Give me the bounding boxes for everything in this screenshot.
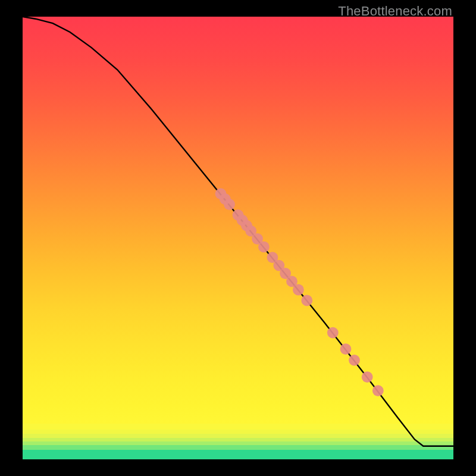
data-marker (258, 242, 270, 253)
data-marker (301, 295, 312, 306)
curve-line (23, 17, 453, 446)
chart-svg (23, 17, 453, 459)
plot-area (23, 17, 453, 459)
data-marker (372, 385, 384, 396)
chart-frame: TheBottleneck.com (0, 0, 476, 476)
data-marker (327, 327, 339, 339)
data-marker (224, 199, 235, 210)
data-marker (293, 284, 304, 296)
data-marker (340, 343, 352, 355)
data-marker (349, 355, 360, 366)
data-marker (362, 371, 373, 383)
